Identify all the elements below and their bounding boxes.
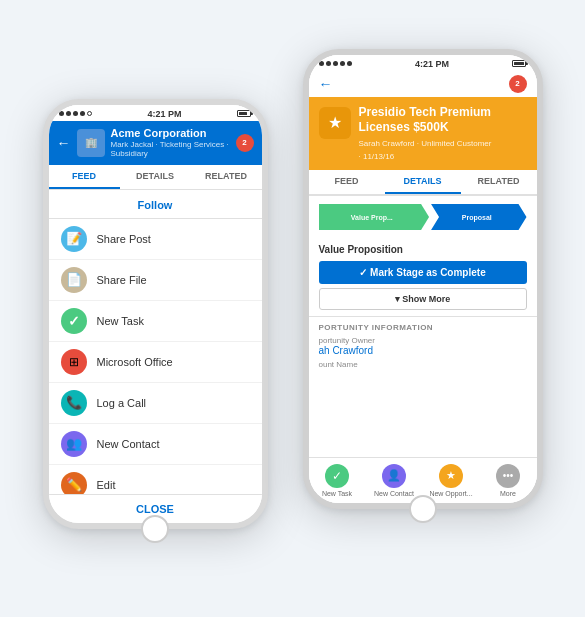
toolbar-task-label: New Task [322,490,352,497]
toolbar-new-contact[interactable]: 👤 New Contact [366,462,423,499]
opportunity-meta2: · 11/13/16 [359,151,527,162]
tab-related-right[interactable]: RELATED [461,170,537,194]
toolbar-task-icon: ✓ [325,464,349,488]
dot2 [66,111,71,116]
toolbar-more[interactable]: ••• More [480,462,537,499]
battery-icon-right [512,60,526,67]
back-arrow-right[interactable]: ← [319,76,333,92]
nav-bar-left: ← 🏢 Acme Corporation Mark Jackal · Ticke… [49,121,262,165]
company-icon: 🏢 [85,137,97,148]
menu-new-task[interactable]: ✓ New Task [49,301,262,342]
dot5 [87,111,92,116]
dot4 [80,111,85,116]
share-post-icon: 📝 [61,226,87,252]
status-icons-right [512,60,526,67]
battery-fill [239,112,246,115]
opportunity-title: Presidio Tech Premium Licenses $500K [359,105,527,136]
tab-feed-right[interactable]: FEED [309,170,385,194]
new-task-label: New Task [97,315,144,327]
menu-share-file[interactable]: 📄 Share File [49,260,262,301]
follow-button[interactable]: Follow [49,190,262,219]
edit-icon: ✏️ [61,472,87,494]
stage-proposal-label: Proposal [462,214,492,221]
stage-path: Value Prop... Proposal [309,196,537,238]
microsoft-office-icon: ⊞ [61,349,87,375]
opp-info-section-title: PORTUNITY INFORMATION [319,323,527,332]
rdot5 [347,61,352,66]
tab-feed-left[interactable]: FEED [49,165,120,189]
log-call-label: Log a Call [97,397,147,409]
company-avatar: 🏢 [77,129,105,157]
tabs-right: FEED DETAILS RELATED [309,170,537,196]
share-post-label: Share Post [97,233,151,245]
menu-edit[interactable]: ✏️ Edit [49,465,262,494]
new-contact-label: New Contact [97,438,160,450]
rdot3 [333,61,338,66]
show-more-label: ▾ Show More [395,294,451,304]
microsoft-office-label: Microsoft Office [97,356,173,368]
stage-value-prop-label: Value Prop... [351,214,393,221]
opp-owner-row: portunity Owner ah Crawford [319,336,527,356]
menu-new-contact[interactable]: 👥 New Contact [49,424,262,465]
mark-stage-button[interactable]: ✓ Mark Stage as Complete [319,261,527,284]
toolbar-opp-icon: ★ [439,464,463,488]
nav-info-left: Acme Corporation Mark Jackal · Ticketing… [111,127,230,159]
toolbar-more-label: More [500,490,516,497]
rdot1 [319,61,324,66]
toolbar-contact-icon: 👤 [382,464,406,488]
stage-proposal: Proposal [431,204,526,230]
tabs-left: FEED DETAILS RELATED [49,165,262,190]
time-left: 4:21 PM [147,109,181,119]
toolbar-more-icon: ••• [496,464,520,488]
toolbar-new-opportunity[interactable]: ★ New Opport... [423,462,480,499]
tab-details-right[interactable]: DETAILS [385,170,461,194]
nav-bar-right: ← 2 [309,71,537,97]
menu-share-post[interactable]: 📝 Share Post [49,219,262,260]
log-call-icon: 📞 [61,390,87,416]
opp-owner-value[interactable]: ah Crawford [319,345,527,356]
new-task-icon: ✓ [61,308,87,334]
opportunity-header: ★ Presidio Tech Premium Licenses $500K S… [309,97,537,171]
dot1 [59,111,64,116]
battery-fill-right [514,62,524,65]
phones-container: 4:21 PM ← 🏢 Acme Corporation Mark Jackal… [33,19,553,599]
status-bar-right: 4:21 PM [309,55,537,71]
tab-related-left[interactable]: RELATED [191,165,262,189]
opp-owner-label: portunity Owner [319,336,527,345]
rdot2 [326,61,331,66]
menu-log-call[interactable]: 📞 Log a Call [49,383,262,424]
toolbar-new-task[interactable]: ✓ New Task [309,462,366,499]
opp-account-row: ount Name [319,360,527,369]
company-subtitle: Mark Jackal · Ticketing Services · Subsi… [111,140,230,159]
signal-dots [59,111,92,116]
company-name: Acme Corporation [111,127,230,140]
opportunity-meta1: Sarah Crawford · Unlimited Customer [359,138,527,149]
toolbar-opp-label: New Opport... [429,490,472,497]
phone-left: 4:21 PM ← 🏢 Acme Corporation Mark Jackal… [43,99,268,529]
status-bar-left: 4:21 PM [49,105,262,121]
nav-badge-left: 2 [236,134,254,152]
mark-stage-label: ✓ Mark Stage as Complete [359,267,485,278]
opportunity-info-section: PORTUNITY INFORMATION portunity Owner ah… [309,317,537,379]
edit-label: Edit [97,479,116,491]
battery-icon-left [237,110,251,117]
menu-list: 📝 Share Post 📄 Share File ✓ New Task ⊞ M… [49,219,262,494]
share-file-icon: 📄 [61,267,87,293]
show-more-button[interactable]: ▾ Show More [319,288,527,310]
status-icons-left [237,110,251,117]
menu-microsoft-office[interactable]: ⊞ Microsoft Office [49,342,262,383]
stage-value-prop: Value Prop... [319,204,430,230]
opportunity-icon: ★ [319,107,351,139]
vp-title: Value Proposition [319,244,527,255]
time-right: 4:21 PM [415,59,449,69]
rdot4 [340,61,345,66]
back-arrow-left[interactable]: ← [57,135,71,151]
home-button-right[interactable] [409,495,437,523]
tab-details-left[interactable]: DETAILS [120,165,191,189]
new-contact-icon: 👥 [61,431,87,457]
value-proposition-section: Value Proposition ✓ Mark Stage as Comple… [309,238,537,317]
nav-badge-right: 2 [509,75,527,93]
opp-account-label: ount Name [319,360,527,369]
home-button-left[interactable] [141,515,169,543]
opportunity-info: Presidio Tech Premium Licenses $500K Sar… [359,105,527,163]
